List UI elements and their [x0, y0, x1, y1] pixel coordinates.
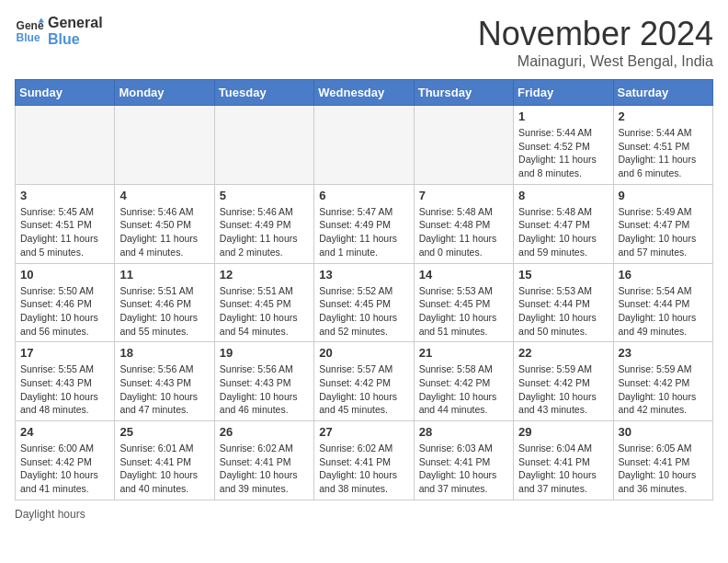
calendar-cell	[314, 106, 414, 185]
day-info: Sunrise: 5:44 AM Sunset: 4:51 PM Dayligh…	[619, 126, 708, 180]
calendar-cell: 20Sunrise: 5:57 AM Sunset: 4:42 PM Dayli…	[314, 342, 414, 421]
day-number: 5	[220, 189, 309, 202]
logo: General Blue General Blue	[15, 15, 103, 47]
day-number: 8	[518, 189, 608, 202]
calendar-cell: 10Sunrise: 5:50 AM Sunset: 4:46 PM Dayli…	[16, 263, 115, 342]
day-info: Sunrise: 5:50 AM Sunset: 4:46 PM Dayligh…	[20, 284, 109, 339]
day-number: 13	[319, 268, 408, 282]
weekday-header: Thursday	[414, 80, 513, 106]
day-info: Sunrise: 5:59 AM Sunset: 4:42 PM Dayligh…	[619, 362, 708, 417]
day-number: 15	[518, 268, 608, 282]
day-info: Sunrise: 5:46 AM Sunset: 4:49 PM Dayligh…	[220, 205, 309, 259]
footer: Daylight hours	[15, 508, 713, 521]
day-info: Sunrise: 5:51 AM Sunset: 4:46 PM Dayligh…	[119, 284, 209, 339]
calendar-cell: 5Sunrise: 5:46 AM Sunset: 4:49 PM Daylig…	[214, 184, 313, 263]
weekday-header: Friday	[514, 80, 613, 106]
day-number: 16	[619, 268, 708, 282]
calendar-cell: 3Sunrise: 5:45 AM Sunset: 4:51 PM Daylig…	[16, 184, 115, 263]
calendar-week-row: 17Sunrise: 5:55 AM Sunset: 4:43 PM Dayli…	[16, 342, 713, 421]
day-info: Sunrise: 6:02 AM Sunset: 4:41 PM Dayligh…	[319, 442, 408, 496]
logo-icon: General Blue	[15, 17, 44, 46]
day-number: 25	[119, 425, 209, 439]
day-number: 6	[319, 189, 408, 202]
calendar-cell: 15Sunrise: 5:53 AM Sunset: 4:44 PM Dayli…	[514, 263, 613, 342]
day-info: Sunrise: 5:48 AM Sunset: 4:48 PM Dayligh…	[419, 205, 508, 259]
day-info: Sunrise: 5:57 AM Sunset: 4:42 PM Dayligh…	[319, 362, 408, 417]
calendar-cell: 29Sunrise: 6:04 AM Sunset: 4:41 PM Dayli…	[514, 421, 613, 500]
calendar-cell: 9Sunrise: 5:49 AM Sunset: 4:47 PM Daylig…	[613, 184, 712, 263]
day-info: Sunrise: 5:46 AM Sunset: 4:50 PM Dayligh…	[119, 205, 209, 259]
day-number: 7	[419, 189, 508, 202]
calendar-week-row: 1Sunrise: 5:44 AM Sunset: 4:52 PM Daylig…	[16, 106, 713, 185]
day-info: Sunrise: 6:04 AM Sunset: 4:41 PM Dayligh…	[518, 442, 608, 496]
day-info: Sunrise: 5:48 AM Sunset: 4:47 PM Dayligh…	[518, 205, 608, 259]
calendar-cell: 28Sunrise: 6:03 AM Sunset: 4:41 PM Dayli…	[414, 421, 513, 500]
day-info: Sunrise: 6:03 AM Sunset: 4:41 PM Dayligh…	[419, 442, 508, 496]
day-info: Sunrise: 6:01 AM Sunset: 4:41 PM Dayligh…	[119, 442, 209, 496]
day-info: Sunrise: 6:05 AM Sunset: 4:41 PM Dayligh…	[619, 442, 708, 496]
calendar-cell: 18Sunrise: 5:56 AM Sunset: 4:43 PM Dayli…	[115, 342, 214, 421]
day-number: 3	[20, 189, 109, 202]
weekday-header: Monday	[115, 80, 214, 106]
day-number: 18	[119, 346, 209, 360]
calendar-cell: 4Sunrise: 5:46 AM Sunset: 4:50 PM Daylig…	[115, 184, 214, 263]
day-info: Sunrise: 5:45 AM Sunset: 4:51 PM Dayligh…	[20, 205, 109, 259]
day-info: Sunrise: 5:49 AM Sunset: 4:47 PM Dayligh…	[619, 205, 708, 259]
calendar-cell: 12Sunrise: 5:51 AM Sunset: 4:45 PM Dayli…	[214, 263, 313, 342]
day-number: 20	[319, 346, 408, 360]
calendar-cell: 7Sunrise: 5:48 AM Sunset: 4:48 PM Daylig…	[414, 184, 513, 263]
calendar-cell: 17Sunrise: 5:55 AM Sunset: 4:43 PM Dayli…	[16, 342, 115, 421]
weekday-header: Saturday	[613, 80, 712, 106]
day-info: Sunrise: 5:44 AM Sunset: 4:52 PM Dayligh…	[518, 126, 608, 180]
calendar-cell: 8Sunrise: 5:48 AM Sunset: 4:47 PM Daylig…	[514, 184, 613, 263]
calendar-cell	[414, 106, 513, 185]
calendar-cell	[115, 106, 214, 185]
day-info: Sunrise: 5:53 AM Sunset: 4:45 PM Dayligh…	[419, 284, 508, 339]
day-info: Sunrise: 6:02 AM Sunset: 4:41 PM Dayligh…	[220, 442, 309, 496]
calendar-cell: 14Sunrise: 5:53 AM Sunset: 4:45 PM Dayli…	[414, 263, 513, 342]
calendar-cell: 2Sunrise: 5:44 AM Sunset: 4:51 PM Daylig…	[613, 106, 712, 185]
day-info: Sunrise: 5:52 AM Sunset: 4:45 PM Dayligh…	[319, 284, 408, 339]
day-number: 26	[220, 425, 309, 439]
calendar-cell	[16, 106, 115, 185]
day-info: Sunrise: 5:47 AM Sunset: 4:49 PM Dayligh…	[319, 205, 408, 259]
page-title: November 2024	[478, 15, 713, 53]
day-number: 22	[518, 346, 608, 360]
calendar-cell: 27Sunrise: 6:02 AM Sunset: 4:41 PM Dayli…	[314, 421, 414, 500]
calendar-cell: 11Sunrise: 5:51 AM Sunset: 4:46 PM Dayli…	[115, 263, 214, 342]
calendar-cell: 6Sunrise: 5:47 AM Sunset: 4:49 PM Daylig…	[314, 184, 414, 263]
calendar-cell: 25Sunrise: 6:01 AM Sunset: 4:41 PM Dayli…	[115, 421, 214, 500]
day-info: Sunrise: 6:00 AM Sunset: 4:42 PM Dayligh…	[20, 442, 109, 496]
day-info: Sunrise: 5:53 AM Sunset: 4:44 PM Dayligh…	[518, 284, 608, 339]
day-info: Sunrise: 5:58 AM Sunset: 4:42 PM Dayligh…	[419, 362, 508, 417]
calendar-cell: 22Sunrise: 5:59 AM Sunset: 4:42 PM Dayli…	[514, 342, 613, 421]
calendar-cell: 13Sunrise: 5:52 AM Sunset: 4:45 PM Dayli…	[314, 263, 414, 342]
day-info: Sunrise: 5:56 AM Sunset: 4:43 PM Dayligh…	[220, 362, 309, 417]
calendar-cell: 26Sunrise: 6:02 AM Sunset: 4:41 PM Dayli…	[214, 421, 313, 500]
logo-line2: Blue	[48, 31, 103, 48]
day-number: 1	[518, 109, 608, 123]
calendar-cell: 19Sunrise: 5:56 AM Sunset: 4:43 PM Dayli…	[214, 342, 313, 421]
weekday-header: Tuesday	[214, 80, 313, 106]
calendar-week-row: 3Sunrise: 5:45 AM Sunset: 4:51 PM Daylig…	[16, 184, 713, 263]
weekday-header: Sunday	[16, 80, 115, 106]
calendar-week-row: 10Sunrise: 5:50 AM Sunset: 4:46 PM Dayli…	[16, 263, 713, 342]
day-number: 29	[518, 425, 608, 439]
day-info: Sunrise: 5:55 AM Sunset: 4:43 PM Dayligh…	[20, 362, 109, 417]
calendar-cell: 21Sunrise: 5:58 AM Sunset: 4:42 PM Dayli…	[414, 342, 513, 421]
header: General Blue General Blue November 2024 …	[15, 15, 713, 70]
day-number: 9	[619, 189, 708, 202]
day-info: Sunrise: 5:59 AM Sunset: 4:42 PM Dayligh…	[518, 362, 608, 417]
day-number: 2	[619, 109, 708, 123]
svg-text:Blue: Blue	[17, 31, 40, 44]
day-number: 10	[20, 268, 109, 282]
day-info: Sunrise: 5:56 AM Sunset: 4:43 PM Dayligh…	[119, 362, 209, 417]
day-number: 4	[119, 189, 209, 202]
day-number: 14	[419, 268, 508, 282]
page-subtitle: Mainaguri, West Bengal, India	[478, 53, 713, 70]
calendar-week-row: 24Sunrise: 6:00 AM Sunset: 4:42 PM Dayli…	[16, 421, 713, 500]
calendar-cell: 23Sunrise: 5:59 AM Sunset: 4:42 PM Dayli…	[613, 342, 712, 421]
day-number: 12	[220, 268, 309, 282]
day-info: Sunrise: 5:51 AM Sunset: 4:45 PM Dayligh…	[220, 284, 309, 339]
calendar-table: SundayMondayTuesdayWednesdayThursdayFrid…	[15, 79, 713, 500]
